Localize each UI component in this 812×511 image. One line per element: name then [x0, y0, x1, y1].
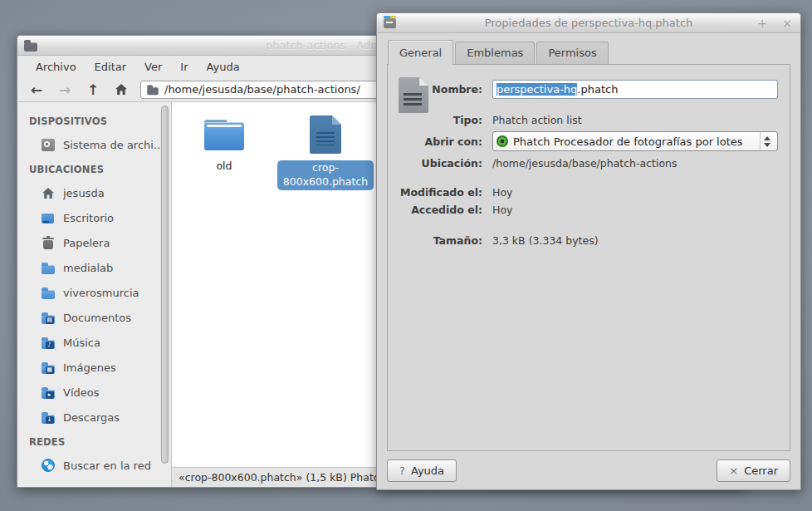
tab-general-panel: Nombre: perspectiva-hq.phatch Tipo: Phat…: [387, 64, 790, 451]
path-text: /home/jesusda/base/phatch-actions/: [164, 83, 360, 96]
sidebar-item-buscar-en-la-red[interactable]: Buscar en la red: [17, 453, 171, 478]
properties-window-icon: [384, 18, 396, 28]
sidebar-item-sistema-de-archivos[interactable]: Sistema de archi...: [17, 132, 171, 157]
name-rest-text: .phatch: [577, 83, 618, 96]
modified-value: Hoy: [492, 186, 778, 199]
open-with-label: Abrir con:: [399, 135, 482, 148]
sidebar-item-escritorio[interactable]: Escritorio: [17, 205, 171, 230]
phatch-app-icon: [496, 135, 508, 147]
folder-icon: [42, 265, 55, 274]
sidebar-item-papelera[interactable]: Papelera: [17, 230, 171, 255]
path-folder-icon: [147, 87, 159, 95]
type-value: Phatch action list: [492, 114, 778, 126]
folder-icon: [42, 290, 55, 299]
combobox-spinner-icon[interactable]: [760, 132, 774, 150]
menu-ver[interactable]: Ver: [136, 58, 170, 76]
help-button[interactable]: ? Ayuda: [387, 459, 457, 482]
modified-label: Modificado el:: [399, 186, 482, 199]
open-with-combobox[interactable]: Phatch Procesador de fotografías por lot…: [492, 131, 778, 151]
folder-music-icon: ♪: [42, 340, 55, 349]
forward-button[interactable]: →: [52, 80, 77, 100]
size-label: Tamaño:: [399, 234, 482, 247]
home-button[interactable]: [109, 80, 134, 100]
file-name: old: [213, 159, 235, 174]
file-crop-800x600-phatch[interactable]: crop-800x600.phatch: [275, 111, 376, 233]
sidebar-item-musica[interactable]: ♪ Música: [17, 330, 171, 355]
trash-icon: [43, 240, 53, 249]
folder-icon: [202, 115, 247, 152]
folder-videos-icon: ▸: [42, 390, 55, 399]
sidebar-header-redes: REDES: [17, 430, 171, 453]
sidebar-item-videos[interactable]: ▸ Vídeos: [17, 380, 171, 405]
sidebar-item-documentos[interactable]: ▤ Documentos: [17, 305, 171, 330]
folder-documents-icon: ▤: [42, 315, 55, 324]
fm-sidebar: DISPOSITIVOS Sistema de archi... UBICACI…: [17, 102, 172, 487]
window-folder-icon: [24, 42, 37, 52]
sidebar-header-ubicaciones: UBICACIONES: [17, 157, 171, 180]
accessed-label: Accedido el:: [399, 204, 482, 216]
close-window-icon[interactable]: ×: [780, 17, 794, 30]
file-old[interactable]: old: [174, 111, 275, 233]
properties-dialog: Propiedades de perspectiva-hq.phatch + ×…: [376, 12, 801, 490]
back-button[interactable]: ←: [24, 80, 49, 100]
tab-permisos[interactable]: Permisos: [536, 42, 608, 64]
location-label: Ubicación:: [399, 157, 482, 170]
home-icon: [42, 187, 55, 199]
maximize-icon[interactable]: +: [756, 17, 769, 30]
dialog-button-row: ? Ayuda × Cerrar: [377, 451, 800, 489]
sidebar-scrollbar[interactable]: [161, 106, 169, 482]
sidebar-header-dispositivos: DISPOSITIVOS: [17, 109, 171, 132]
file-type-icon: [399, 77, 428, 113]
open-with-value: Phatch Procesador de fotografías por lot…: [513, 135, 743, 148]
sidebar-scrollbar-thumb[interactable]: [161, 106, 169, 464]
close-button[interactable]: × Cerrar: [717, 459, 790, 482]
menu-ayuda[interactable]: Ayuda: [198, 58, 248, 76]
folder-downloads-icon: ↓: [42, 415, 55, 424]
tab-emblemas[interactable]: Emblemas: [455, 42, 535, 64]
phatch-file-icon-selected: [310, 115, 341, 154]
home-icon: [115, 83, 128, 96]
sidebar-item-medialab[interactable]: medialab: [17, 255, 171, 280]
menu-editar[interactable]: Editar: [86, 58, 135, 76]
menu-archivo[interactable]: Archivo: [27, 58, 85, 76]
sidebar-item-imagenes[interactable]: ▦ Imágenes: [17, 355, 171, 380]
file-name-selected: crop-800x600.phatch: [277, 160, 374, 190]
dialog-titlebar[interactable]: Propiedades de perspectiva-hq.phatch + ×: [377, 13, 800, 33]
tab-general[interactable]: General: [388, 40, 453, 65]
desktop-icon: [42, 214, 54, 224]
close-icon: ×: [729, 464, 738, 477]
dialog-tabs: General Emblemas Permisos: [377, 33, 800, 64]
folder-images-icon: ▦: [42, 365, 55, 374]
sidebar-item-descargas[interactable]: ↓ Descargas: [17, 405, 171, 430]
up-button[interactable]: ↑: [81, 80, 105, 100]
accessed-value: Hoy: [492, 204, 778, 216]
sidebar-item-viverosmurcia[interactable]: viverosmurcia: [17, 280, 171, 305]
menu-ir[interactable]: Ir: [172, 58, 196, 76]
name-input[interactable]: perspectiva-hq.phatch: [492, 80, 778, 99]
name-selected-text: perspectiva-hq: [496, 83, 577, 96]
globe-icon: [42, 459, 55, 472]
dialog-title: Propiedades de perspectiva-hq.phatch: [377, 17, 800, 29]
type-label: Tipo:: [399, 114, 482, 126]
drive-icon: [42, 139, 55, 151]
help-icon: ?: [399, 464, 405, 477]
size-value: 3,3 kB (3.334 bytes): [492, 234, 778, 247]
location-value: /home/jesusda/base/phatch-actions: [492, 157, 778, 170]
sidebar-item-jesusda[interactable]: jesusda: [17, 180, 171, 205]
